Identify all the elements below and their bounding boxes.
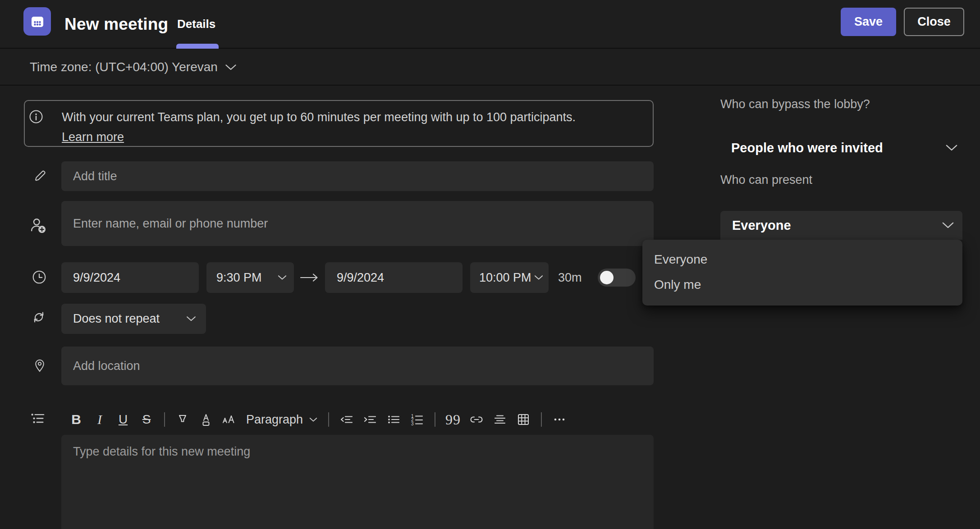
- arrow-right-icon: [299, 262, 319, 293]
- start-date-input[interactable]: [61, 262, 199, 293]
- duration-toggle[interactable]: [598, 269, 636, 287]
- new-meeting-dialog: New meeting Details Save Close Time zone…: [0, 0, 980, 529]
- tab-details[interactable]: Details: [177, 0, 215, 48]
- who-can-present-menu: Everyone Only me: [642, 240, 962, 306]
- table-icon[interactable]: [514, 409, 533, 430]
- start-time-select[interactable]: 9:30 PM: [206, 262, 294, 293]
- start-date-field[interactable]: [61, 262, 199, 293]
- end-time-select[interactable]: 10:00 PM: [470, 262, 549, 293]
- add-person-icon: [30, 217, 48, 235]
- location-icon: [32, 356, 47, 373]
- start-time-value: 9:30 PM: [206, 271, 278, 285]
- formatting-toolbar: B I U S Paragraph: [61, 406, 654, 433]
- quote-button[interactable]: 99: [444, 409, 463, 430]
- outdent-icon[interactable]: [337, 409, 356, 430]
- attendees-field[interactable]: [61, 201, 654, 246]
- calendar-icon: [30, 14, 45, 29]
- link-icon[interactable]: [467, 409, 486, 430]
- timezone-label: Time zone: (UTC+04:00) Yerevan: [30, 60, 218, 74]
- learn-more-link[interactable]: Learn more: [62, 130, 124, 144]
- repeat-select[interactable]: Does not repeat: [61, 304, 206, 334]
- close-button[interactable]: Close: [904, 8, 964, 36]
- duration-label: 30m: [558, 262, 582, 293]
- toggle-knob: [600, 271, 614, 284]
- repeat-value: Does not repeat: [61, 312, 186, 326]
- who-can-present-label: Who can present: [720, 173, 812, 187]
- end-time-value: 10:00 PM: [470, 271, 534, 285]
- end-date-input[interactable]: [325, 262, 463, 293]
- menu-option-everyone[interactable]: Everyone: [642, 247, 962, 272]
- calendar-app-icon: [23, 7, 51, 36]
- underline-button[interactable]: U: [114, 409, 133, 430]
- align-center-icon[interactable]: [490, 409, 509, 430]
- timezone-selector[interactable]: Time zone: (UTC+04:00) Yerevan: [30, 50, 237, 85]
- location-input[interactable]: [61, 347, 654, 385]
- paragraph-style-value: Paragraph: [246, 413, 303, 427]
- banner-message: With your current Teams plan, you get up…: [62, 110, 576, 124]
- page-title: New meeting: [64, 0, 168, 49]
- pencil-icon: [32, 169, 47, 183]
- who-can-present-select[interactable]: Everyone: [720, 211, 962, 240]
- details-placeholder: Type details for this new meeting: [73, 445, 250, 459]
- clock-icon: [32, 269, 47, 285]
- lobby-bypass-select[interactable]: People who were invited: [720, 135, 962, 160]
- meeting-title-input[interactable]: [61, 161, 654, 191]
- chevron-down-icon: [942, 222, 954, 229]
- plan-limit-text: With your current Teams plan, you get up…: [62, 107, 598, 147]
- toolbar-divider: [541, 412, 542, 427]
- chevron-down-icon: [945, 144, 958, 151]
- numbered-list-icon[interactable]: 1 2 3: [408, 409, 426, 430]
- toolbar-divider: [328, 412, 329, 427]
- menu-option-only-me[interactable]: Only me: [642, 272, 962, 297]
- highlighter-icon[interactable]: [173, 409, 192, 430]
- location-field[interactable]: [61, 347, 654, 385]
- strikethrough-button[interactable]: S: [137, 409, 156, 430]
- indent-icon[interactable]: [361, 409, 380, 430]
- chevron-down-icon: [309, 417, 317, 422]
- lobby-bypass-value: People who were invited: [731, 141, 945, 155]
- who-can-present-value: Everyone: [732, 218, 942, 233]
- lobby-bypass-label: Who can bypass the lobby?: [720, 97, 870, 111]
- chevron-down-icon: [534, 275, 543, 280]
- repeat-icon: [31, 309, 47, 325]
- more-options-icon[interactable]: [550, 409, 569, 430]
- meeting-details-editor[interactable]: Type details for this new meeting: [61, 435, 654, 529]
- attendees-input[interactable]: [61, 201, 654, 246]
- chevron-down-icon: [278, 275, 287, 280]
- svg-text:3: 3: [411, 421, 414, 426]
- paragraph-style-select[interactable]: Paragraph: [243, 409, 320, 430]
- agenda-icon: [30, 410, 46, 426]
- bullet-list-icon[interactable]: [384, 409, 403, 430]
- info-icon: [29, 109, 43, 124]
- end-date-field[interactable]: [325, 262, 463, 293]
- italic-button[interactable]: I: [90, 409, 109, 430]
- font-color-icon[interactable]: [197, 409, 215, 430]
- font-size-icon[interactable]: [220, 409, 239, 430]
- save-button[interactable]: Save: [841, 8, 896, 36]
- meeting-title-field[interactable]: [61, 161, 654, 191]
- toolbar-divider: [435, 412, 435, 427]
- bold-button[interactable]: B: [67, 409, 86, 430]
- toolbar-divider: [164, 412, 165, 427]
- chevron-down-icon: [225, 64, 237, 71]
- chevron-down-icon: [186, 316, 196, 322]
- tab-underline: [176, 44, 219, 49]
